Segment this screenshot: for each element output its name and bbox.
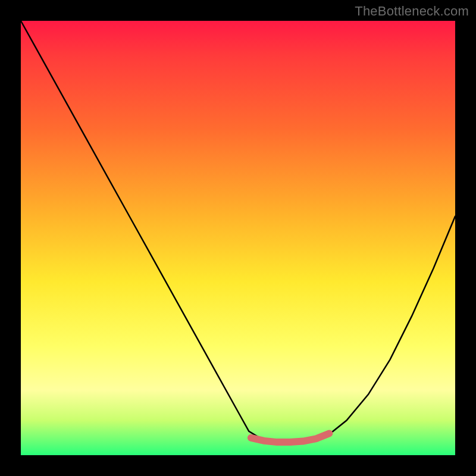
plot-area [21, 21, 455, 455]
watermark-text: TheBottleneck.com [355, 4, 469, 19]
main-curve [21, 21, 455, 442]
curve-layer [21, 21, 455, 455]
chart-frame: TheBottleneck.com [0, 0, 476, 476]
flat-min-overlay [251, 434, 329, 443]
